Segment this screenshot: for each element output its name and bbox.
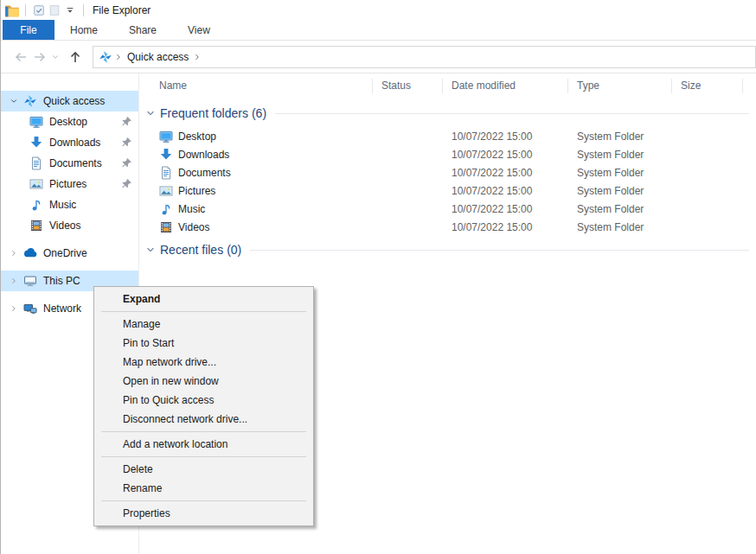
column-header-size[interactable]: Size [672, 73, 743, 98]
group-title: Frequent folders [160, 106, 248, 120]
column-header-name[interactable]: Name [140, 73, 373, 98]
group-header-frequent-folders[interactable]: Frequent folders (6) [140, 102, 756, 124]
row-status [373, 145, 443, 163]
sidebar-item-label: OneDrive [43, 247, 87, 259]
row-status [373, 127, 443, 145]
tab-home[interactable]: Home [54, 20, 113, 40]
file-explorer-logo-icon[interactable] [4, 3, 20, 18]
sidebar-item-desktop[interactable]: Desktop [1, 111, 138, 132]
row-date-modified: 10/07/2022 15:00 [443, 218, 568, 236]
table-row-downloads[interactable]: Downloads 10/07/2022 15:00 System Folder [140, 145, 756, 163]
group-count: (6) [252, 106, 266, 120]
sidebar-item-label: Downloads [49, 137, 100, 149]
column-header-row: Name Status Date modified Type Size [140, 73, 756, 98]
up-button[interactable] [65, 47, 86, 67]
menu-item-manage[interactable]: Manage [94, 315, 313, 334]
sidebar-item-label: This PC [43, 275, 80, 287]
pin-icon [121, 137, 132, 148]
picture-frame-icon [29, 177, 43, 191]
menu-item-add-a-network-location[interactable]: Add a network location [94, 435, 313, 454]
chevron-down-icon[interactable] [7, 97, 21, 105]
properties-icon[interactable] [31, 3, 47, 18]
column-header-status[interactable]: Status [373, 73, 443, 98]
pin-icon [121, 178, 132, 189]
row-name: Music [178, 203, 205, 215]
chevron-right-icon[interactable] [7, 304, 21, 313]
network-computers-icon [23, 302, 37, 315]
sidebar-item-documents[interactable]: Documents [1, 153, 138, 174]
row-size [672, 200, 743, 218]
music-note-icon [159, 202, 173, 216]
menu-item-disconnect-network-drive[interactable]: Disconnect network drive... [94, 410, 313, 429]
menu-item-pin-to-quick-access[interactable]: Pin to Quick access [94, 391, 313, 410]
sidebar-item-onedrive[interactable]: OneDrive [1, 243, 138, 264]
tab-share[interactable]: Share [113, 20, 172, 40]
sidebar-item-pictures[interactable]: Pictures [1, 174, 138, 194]
quick-access-star-icon [99, 50, 112, 64]
breadcrumb-chevron-icon[interactable] [114, 53, 123, 61]
chevron-down-icon[interactable] [145, 245, 157, 255]
row-date-modified: 10/07/2022 15:00 [443, 145, 568, 163]
recent-locations-dropdown[interactable] [49, 47, 61, 67]
navigation-bar: Quick access [1, 41, 756, 73]
menu-item-pin-to-start[interactable]: Pin to Start [94, 334, 313, 353]
sidebar-item-label: Quick access [43, 95, 105, 107]
frequent-folders-rows: Desktop 10/07/2022 15:00 System Folder D… [140, 127, 756, 236]
row-name: Downloads [178, 149, 229, 161]
tab-view[interactable]: View [172, 20, 226, 40]
menu-item-expand[interactable]: Expand [94, 290, 313, 309]
downloads-arrow-icon [159, 148, 173, 162]
menu-item-open-in-new-window[interactable]: Open in new window [94, 372, 313, 391]
group-header-recent-files[interactable]: Recent files (0) [140, 239, 756, 261]
context-menu: Expand Manage Pin to Start Map network d… [93, 286, 314, 526]
sidebar-item-music[interactable]: Music [1, 194, 138, 215]
table-row-pictures[interactable]: Pictures 10/07/2022 15:00 System Folder [140, 181, 756, 200]
forward-button[interactable] [30, 47, 49, 67]
table-row-videos[interactable]: Videos 10/07/2022 15:00 System Folder [140, 218, 756, 236]
tab-file[interactable]: File [3, 20, 54, 40]
row-size [672, 181, 743, 200]
table-row-documents[interactable]: Documents 10/07/2022 15:00 System Folder [140, 163, 756, 181]
menu-item-map-network-drive[interactable]: Map network drive... [94, 353, 313, 372]
row-name: Documents [178, 167, 231, 179]
menu-separator [101, 500, 306, 501]
chevron-right-icon[interactable] [7, 249, 21, 258]
menu-item-delete[interactable]: Delete [94, 460, 313, 479]
chevron-down-icon[interactable] [145, 108, 157, 118]
new-folder-icon[interactable] [47, 3, 62, 18]
group-header-rule [250, 250, 749, 251]
row-name: Pictures [178, 185, 215, 197]
column-header-type[interactable]: Type [568, 73, 672, 98]
back-button[interactable] [11, 47, 30, 67]
picture-frame-icon [159, 184, 173, 198]
chevron-right-icon[interactable] [7, 277, 21, 285]
menu-item-rename[interactable]: Rename [94, 479, 313, 498]
row-date-modified: 10/07/2022 15:00 [443, 181, 568, 200]
sidebar-item-label: Desktop [49, 116, 87, 128]
sidebar-item-quick-access[interactable]: Quick access [1, 91, 138, 111]
breadcrumb-quick-access[interactable]: Quick access [127, 51, 189, 63]
toolbar-separator [83, 4, 84, 16]
film-strip-icon [159, 220, 173, 234]
sidebar-item-label: Pictures [49, 178, 86, 190]
row-date-modified: 10/07/2022 15:00 [443, 200, 568, 218]
breadcrumb-chevron-icon[interactable] [193, 53, 202, 61]
customize-quick-access-toolbar-icon[interactable] [62, 3, 78, 18]
group-title: Recent files [160, 243, 223, 257]
music-note-icon [29, 198, 43, 212]
sidebar-item-label: Music [49, 199, 76, 211]
table-row-music[interactable]: Music 10/07/2022 15:00 System Folder [140, 200, 756, 218]
sidebar-item-videos[interactable]: Videos [1, 215, 138, 236]
row-size [672, 218, 743, 236]
address-bar[interactable]: Quick access [93, 46, 756, 68]
sidebar-item-downloads[interactable]: Downloads [1, 132, 138, 153]
table-row-desktop[interactable]: Desktop 10/07/2022 15:00 System Folder [140, 127, 756, 145]
column-header-date-modified[interactable]: Date modified [443, 73, 568, 98]
row-status [373, 218, 443, 236]
row-date-modified: 10/07/2022 15:00 [443, 163, 568, 181]
toolbar-separator [25, 4, 26, 16]
menu-item-properties[interactable]: Properties [94, 504, 313, 523]
row-type: System Folder [568, 218, 672, 236]
window-title: File Explorer [93, 4, 151, 16]
pin-icon [121, 116, 132, 127]
